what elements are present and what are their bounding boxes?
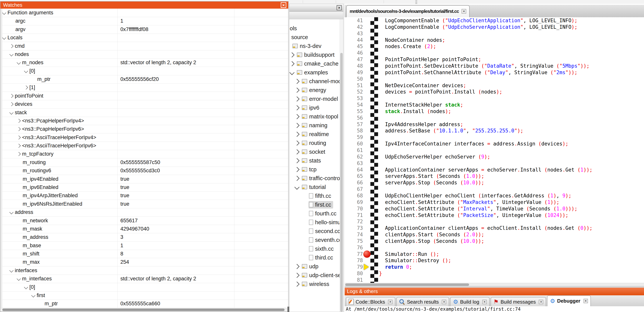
tree-item-file[interactable]: first.cc (289, 200, 340, 209)
chevron-right-icon[interactable] (294, 114, 300, 119)
line-number[interactable]: 81 (345, 277, 363, 283)
chevron-down-icon[interactable] (2, 36, 6, 40)
line-number[interactable]: 49 (345, 69, 363, 76)
watch-row[interactable]: m_ipv6NsRsJitterEnabledtrue (0, 200, 288, 208)
watch-row[interactable]: m_tcpFactory (0, 150, 288, 158)
line-number[interactable]: 63 (345, 160, 363, 166)
line-number[interactable]: 52 (345, 89, 363, 95)
watch-row[interactable]: m_ipv4ArpJitterEnabledtrue (0, 191, 288, 200)
close-icon[interactable]: × (336, 5, 342, 10)
line-number[interactable]: 75 (345, 238, 363, 244)
tree-item-folder[interactable]: source (289, 33, 340, 42)
tree-item-folder[interactable]: ipv6 (289, 103, 340, 112)
scrollbar-thumb[interactable] (345, 284, 469, 286)
chevron-right-icon[interactable] (294, 149, 300, 155)
watch-row[interactable]: m_ipv4Enabledtrue (0, 175, 288, 183)
chevron-right-icon[interactable] (289, 61, 294, 66)
line-number[interactable]: 77 (345, 251, 363, 257)
line-number[interactable]: 79 (345, 264, 363, 270)
chevron-down-icon[interactable] (24, 285, 28, 289)
watch-row[interactable]: m_ptr0x5555555ca660 (0, 300, 288, 308)
line-number[interactable]: 45 (345, 43, 363, 50)
logs-tab-search-results[interactable]: Search results× (396, 297, 449, 306)
tree-item-file[interactable]: hello-simul (289, 218, 340, 227)
watch-row[interactable]: [0] (0, 67, 288, 75)
line-number[interactable]: 64 (345, 166, 363, 173)
tree-item-file[interactable]: third.cc (289, 253, 340, 262)
line-number[interactable]: 69 (345, 199, 363, 205)
tree-item-folder[interactable]: routing (289, 139, 340, 147)
chevron-down-icon[interactable] (289, 70, 294, 75)
tree-item-folder[interactable]: examples (289, 68, 340, 77)
watch-row[interactable]: [1] (0, 83, 288, 92)
tree-item-folder[interactable]: ns-3-dev (289, 42, 340, 50)
chevron-right-icon[interactable] (294, 79, 300, 84)
watch-row[interactable]: m_routing0x555555587c50 (0, 158, 288, 167)
line-number[interactable]: 60 (345, 141, 363, 147)
editor-tab-first-cc[interactable]: mnt/dev/tools/source/ns-3-dev/examples/t… (346, 5, 470, 17)
watch-row[interactable]: argv0x7fffffffdf08 (0, 25, 288, 34)
close-icon[interactable]: × (539, 300, 543, 304)
line-number[interactable]: 56 (345, 115, 363, 121)
tree-item-folder[interactable]: ols (289, 24, 340, 33)
line-number[interactable]: 47 (345, 56, 363, 63)
chevron-down-icon[interactable] (17, 277, 21, 281)
line-number[interactable]: 48 (345, 63, 363, 69)
watch-row[interactable]: m_address3 (0, 233, 288, 241)
line-number[interactable]: 50 (345, 76, 363, 82)
close-icon[interactable]: × (462, 9, 466, 14)
chevron-right-icon[interactable] (294, 282, 300, 287)
line-number[interactable]: 67 (345, 186, 363, 192)
line-number[interactable]: 74 (345, 231, 363, 238)
chevron-right-icon[interactable] (10, 102, 14, 106)
chevron-right-icon[interactable] (294, 141, 300, 146)
line-number[interactable]: 43 (345, 30, 363, 37)
tree-item-folder[interactable]: udp-client-ser (289, 271, 340, 280)
chevron-down-icon[interactable] (2, 11, 6, 15)
tree-item-file[interactable]: fifth.cc (289, 191, 340, 200)
line-number[interactable]: 51 (345, 82, 363, 89)
watch-row[interactable]: m_interfacesstd::vector of length 2, cap… (0, 275, 288, 283)
watch-row[interactable]: m_base1 (0, 241, 288, 250)
chevron-right-icon[interactable] (17, 144, 21, 148)
management-titlebar[interactable]: × (289, 4, 343, 12)
watch-row[interactable]: m_ipv6Enabledtrue (0, 183, 288, 192)
line-number[interactable]: 46 (345, 50, 363, 56)
watch-row[interactable]: pointToPoint (0, 92, 288, 100)
watch-row[interactable]: interfaces (0, 266, 288, 275)
line-number[interactable]: 78 (345, 257, 363, 264)
watch-row[interactable]: nodes (0, 50, 288, 59)
chevron-right-icon[interactable] (294, 167, 300, 172)
watch-row[interactable]: m_max254 (0, 258, 288, 266)
tree-item-file[interactable]: fourth.cc (289, 209, 340, 218)
breakpoint-icon[interactable] (363, 251, 370, 258)
watch-row[interactable]: <ns3::PcapHelperForIpv6> (0, 125, 288, 133)
watch-row[interactable]: m_shift8 (0, 250, 288, 258)
chevron-right-icon[interactable] (24, 85, 28, 90)
chevron-down-icon[interactable] (10, 210, 14, 214)
code-area[interactable]: 41 LogComponentEnable ("UdpEchoClientApp… (345, 17, 644, 283)
watch-row[interactable]: m_routingv60x5555555cd3c0 (0, 166, 288, 175)
watch-row[interactable]: m_network655617 (0, 217, 288, 225)
tree-item-folder[interactable]: stats (289, 156, 340, 165)
line-number[interactable]: 76 (345, 244, 363, 251)
close-icon[interactable]: × (281, 2, 286, 8)
watch-row[interactable]: stack (0, 109, 288, 117)
line-number[interactable]: 55 (345, 108, 363, 115)
tree-item-folder[interactable]: buildsupport (289, 50, 340, 59)
watch-row[interactable]: address (0, 208, 288, 217)
line-number[interactable]: 62 (345, 154, 363, 160)
close-icon[interactable]: × (388, 300, 392, 304)
watch-row[interactable]: devices (0, 100, 288, 109)
chevron-down-icon[interactable] (24, 69, 28, 73)
chevron-right-icon[interactable] (10, 44, 14, 48)
chevron-right-icon[interactable] (17, 136, 21, 140)
logs-tab-build-messages[interactable]: ⚑Build messages× (490, 297, 546, 306)
tree-item-folder[interactable]: udp (289, 262, 340, 271)
line-number[interactable]: 71 (345, 212, 363, 218)
tree-item-folder[interactable]: traffic-contro (289, 174, 340, 183)
chevron-down-icon[interactable] (10, 110, 14, 114)
tree-item-folder[interactable]: tutorial (289, 183, 340, 191)
tree-item-folder[interactable]: naming (289, 121, 340, 130)
line-number[interactable]: 70 (345, 205, 363, 212)
